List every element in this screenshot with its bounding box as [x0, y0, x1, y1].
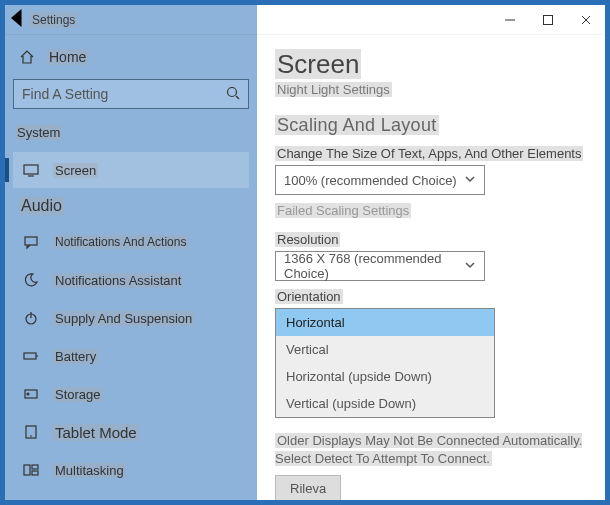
window-frame: Settings Home: [0, 0, 610, 505]
svg-rect-0: [544, 15, 553, 24]
resolution-select[interactable]: 1366 X 768 (recommended Choice): [275, 251, 485, 281]
multitask-icon: [23, 462, 39, 478]
maximize-button[interactable]: [529, 5, 567, 35]
detect-button[interactable]: Rileva: [275, 475, 341, 500]
scale-select[interactable]: 100% (recommended Choice): [275, 165, 485, 195]
chevron-down-icon: [464, 173, 476, 188]
svg-rect-9: [24, 465, 30, 475]
home-icon: [19, 49, 35, 65]
sidebar-item-power[interactable]: Supply And Suspension: [13, 300, 249, 336]
orientation-option[interactable]: Vertical: [276, 336, 494, 363]
resolution-value: 1366 X 768 (recommended Choice): [284, 251, 464, 281]
sidebar-item-tablet[interactable]: Tablet Mode: [13, 414, 249, 450]
search-icon: [225, 85, 241, 101]
svg-rect-11: [32, 471, 38, 475]
orientation-option[interactable]: Horizontal (upside Down): [276, 363, 494, 390]
sidebar-item-label: Screen: [53, 163, 98, 178]
sidebar-item-label: Notifications And Actions: [53, 235, 188, 249]
message-icon: [23, 234, 39, 250]
svg-rect-5: [24, 353, 36, 359]
advanced-scaling-link[interactable]: Failed Scaling Settings: [275, 203, 587, 218]
sidebar-item-multitask[interactable]: Multitasking: [13, 452, 249, 488]
resolution-label: Resolution: [275, 232, 587, 247]
svg-point-7: [27, 393, 29, 395]
sidebar-item-storage[interactable]: Storage: [13, 376, 249, 412]
orientation-label: Orientation: [275, 289, 587, 304]
content-pane: Screen Night Light Settings Scaling And …: [257, 35, 605, 500]
storage-icon: [23, 386, 39, 402]
monitor-icon: [23, 162, 39, 178]
sidebar-item-label: Battery: [53, 349, 98, 364]
sidebar-item-notifications[interactable]: Notifications And Actions: [13, 224, 249, 260]
category-label: System: [13, 121, 249, 150]
titlebar: Settings: [5, 5, 605, 35]
sidebar-item-assistant[interactable]: Notifications Assistant: [13, 262, 249, 298]
section-heading: Scaling And Layout: [275, 115, 587, 136]
back-button[interactable]: [5, 6, 29, 34]
detect-note: Older Displays May Not Be Connected Auto…: [275, 432, 587, 467]
minimize-button[interactable]: [491, 5, 529, 35]
scale-label: Change The Size Of Text, Apps, And Other…: [275, 146, 587, 161]
page-title: Screen: [275, 49, 587, 80]
power-icon: [23, 310, 39, 326]
svg-rect-2: [24, 165, 38, 174]
search-input[interactable]: [13, 79, 249, 109]
sidebar-item-audio[interactable]: Audio: [13, 190, 249, 222]
home-label: Home: [47, 49, 88, 65]
close-button[interactable]: [567, 5, 605, 35]
svg-rect-3: [25, 237, 37, 245]
home-button[interactable]: Home: [13, 41, 249, 73]
orientation-option[interactable]: Vertical (upside Down): [276, 390, 494, 417]
tablet-icon: [23, 424, 39, 440]
sidebar-item-label: Tablet Mode: [53, 424, 139, 441]
sidebar-item-label: Notifications Assistant: [53, 273, 183, 288]
search-box[interactable]: [13, 79, 249, 109]
battery-icon: [23, 348, 39, 364]
orientation-option[interactable]: Horizontal: [276, 309, 494, 336]
scale-value: 100% (recommended Choice): [284, 173, 457, 188]
orientation-dropdown[interactable]: Horizontal Vertical Horizontal (upside D…: [275, 308, 495, 418]
sidebar-item-label: Audio: [19, 197, 64, 215]
sidebar-item-battery[interactable]: Battery: [13, 338, 249, 374]
subtitle-link[interactable]: Night Light Settings: [275, 82, 587, 97]
sidebar-item-label: Supply And Suspension: [53, 311, 194, 326]
svg-rect-10: [32, 465, 38, 469]
chevron-down-icon: [464, 259, 476, 274]
sidebar-item-label: Multitasking: [53, 463, 126, 478]
window-controls: [491, 5, 605, 35]
moon-icon: [23, 272, 39, 288]
svg-point-1: [228, 88, 237, 97]
sidebar: Home System Screen Audio: [5, 35, 257, 500]
sidebar-item-label: Storage: [53, 387, 103, 402]
sidebar-item-screen[interactable]: Screen: [13, 152, 249, 188]
window-title: Settings: [29, 12, 78, 28]
